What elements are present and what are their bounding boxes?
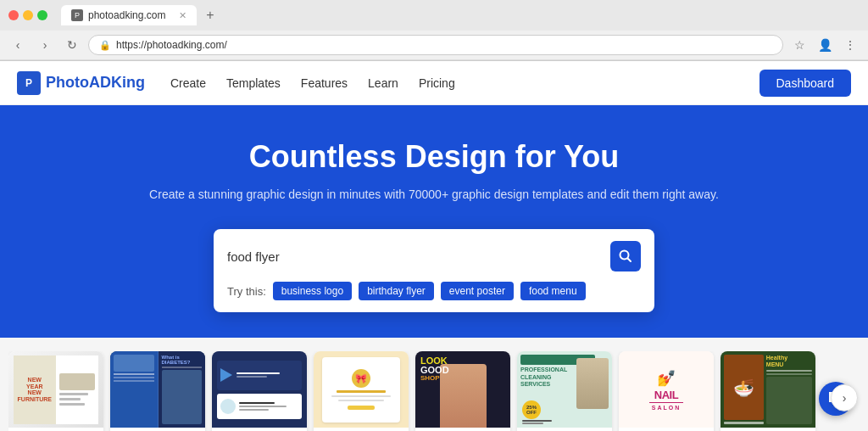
nav-templates[interactable]: Templates: [226, 76, 281, 90]
category-card-instagram-post[interactable]: 🍜 HealthyMENU Instagram Post: [721, 351, 815, 431]
carousel-next-button[interactable]: ›: [831, 384, 858, 411]
browser-toolbar: ‹ › ↻ 🔒 https://photoadking.com/ ☆ 👤 ⋮: [0, 31, 868, 60]
tab-close-button[interactable]: ✕: [179, 10, 186, 21]
category-thumb-instagram-post: 🍜 HealthyMENU: [721, 351, 815, 428]
search-icon: [619, 249, 632, 263]
browser-window-controls: [8, 10, 47, 20]
nav-features[interactable]: Features: [301, 76, 348, 90]
back-button[interactable]: ‹: [7, 34, 29, 56]
category-card-invitation[interactable]: 🎀 Invitation: [314, 351, 409, 431]
category-thumb-product-ad: PROFESSIONALCLEANINGSERVICES 25%OFF: [517, 351, 612, 428]
close-window-button[interactable]: [8, 10, 19, 20]
site-wrapper: P PhotoADKing Create Templates Features …: [0, 61, 868, 431]
category-card-brochure[interactable]: What is DIABETES? Brochure: [110, 351, 205, 431]
category-card-flyer[interactable]: NEWYEARNEWFURNITURE Flyer: [8, 351, 103, 431]
try-this-label: Try this:: [227, 285, 266, 298]
bookmark-button[interactable]: ☆: [788, 34, 810, 56]
tab-label: photoadking.com: [88, 9, 165, 21]
lock-icon: 🔒: [99, 40, 111, 51]
browser-tab[interactable]: P photoadking.com ✕: [61, 5, 197, 25]
refresh-button[interactable]: ↻: [61, 34, 83, 56]
category-label-poster: Poster: [415, 428, 510, 431]
category-thumb-flyer: NEWYEARNEWFURNITURE: [8, 351, 103, 428]
category-thumb-business-card: [212, 351, 307, 428]
nav-learn[interactable]: Learn: [368, 76, 398, 90]
category-card-logo[interactable]: 💅 NAIL SALON Logo: [619, 351, 714, 431]
category-card-business-card[interactable]: Business Card: [212, 351, 307, 431]
url-text: https://photoadking.com/: [116, 39, 227, 51]
navbar: P PhotoADKing Create Templates Features …: [0, 61, 868, 105]
carousel-inner: NEWYEARNEWFURNITURE Flyer: [8, 351, 860, 431]
category-label-brochure: Brochure: [110, 428, 205, 431]
nav-pricing[interactable]: Pricing: [419, 76, 455, 90]
category-label-instagram-post: Instagram Post: [721, 428, 815, 431]
logo-icon: P: [17, 71, 41, 95]
flyer-thumbnail: NEWYEARNEWFURNITURE: [8, 351, 103, 428]
account-button[interactable]: 👤: [814, 34, 836, 56]
category-label-logo: Logo: [619, 428, 714, 431]
browser-chrome: P photoadking.com ✕ + ‹ › ↻ 🔒 https://ph…: [0, 0, 868, 61]
logo[interactable]: P PhotoADKing: [17, 71, 145, 95]
category-card-product-ad[interactable]: PROFESSIONALCLEANINGSERVICES 25%OFF Prod…: [517, 351, 612, 431]
suggestion-food-menu[interactable]: food menu: [520, 282, 586, 300]
search-input[interactable]: [227, 249, 604, 264]
category-card-poster[interactable]: LOOK GOOD SHOP Poster: [415, 351, 510, 431]
url-bar[interactable]: 🔒 https://photoadking.com/: [88, 35, 783, 55]
new-tab-button[interactable]: +: [200, 5, 220, 25]
suggestion-business-logo[interactable]: business logo: [273, 282, 352, 300]
category-thumb-invitation: 🎀: [314, 351, 409, 428]
forward-button[interactable]: ›: [34, 34, 56, 56]
hero-title: Countless Design for You: [17, 139, 851, 175]
category-label-invitation: Invitation: [314, 428, 409, 431]
dashboard-button[interactable]: Dashboard: [760, 70, 852, 97]
category-label-product-ad: Product Ad: [517, 428, 612, 431]
category-thumb-poster: LOOK GOOD SHOP: [415, 351, 510, 428]
category-thumb-brochure: What is DIABETES?: [110, 351, 205, 428]
search-container: Try this: business logo birthday flyer e…: [214, 229, 654, 312]
svg-line-1: [628, 259, 632, 262]
minimize-window-button[interactable]: [23, 10, 33, 20]
try-this-row: Try this: business logo birthday flyer e…: [227, 282, 641, 300]
nav-links: Create Templates Features Learn Pricing: [170, 76, 455, 90]
suggestion-birthday-flyer[interactable]: birthday flyer: [359, 282, 434, 300]
maximize-window-button[interactable]: [37, 10, 47, 20]
category-label-business-card: Business Card: [212, 428, 307, 431]
browser-actions: ☆ 👤 ⋮: [788, 34, 861, 56]
nav-create[interactable]: Create: [170, 76, 206, 90]
hero-subtitle: Create a stunning graphic design in minu…: [17, 185, 851, 204]
logo-text: PhotoADKing: [46, 74, 145, 92]
suggestion-event-poster[interactable]: event poster: [441, 282, 514, 300]
category-thumb-logo: 💅 NAIL SALON: [619, 351, 714, 428]
browser-titlebar: P photoadking.com ✕ +: [0, 0, 868, 31]
search-row: [227, 241, 641, 271]
more-button[interactable]: ⋮: [839, 34, 861, 56]
search-button[interactable]: [610, 241, 641, 271]
tab-favicon: P: [71, 9, 83, 21]
browser-tab-bar: P photoadking.com ✕ +: [54, 5, 227, 25]
carousel-section: NEWYEARNEWFURNITURE Flyer: [0, 338, 868, 431]
hero-section: Countless Design for You Create a stunni…: [0, 105, 868, 338]
category-label-flyer: Flyer: [8, 428, 103, 431]
